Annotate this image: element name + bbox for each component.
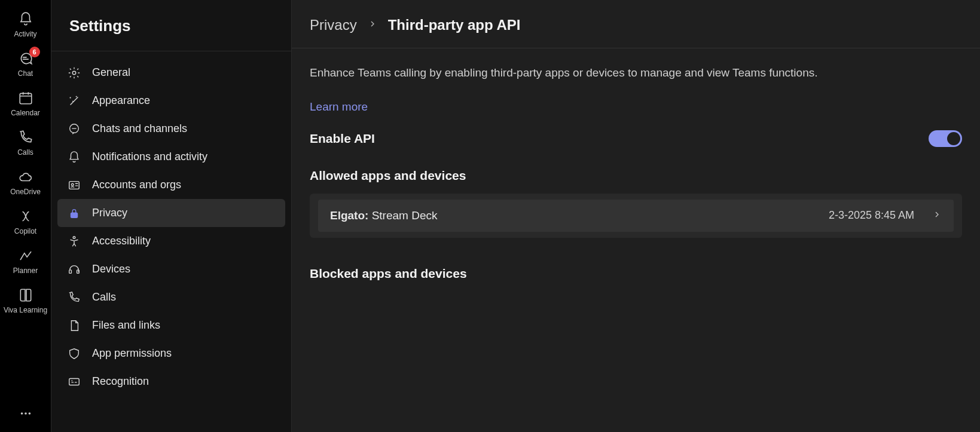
svg-rect-0 [20, 93, 32, 103]
settings-sidebar: Settings General Appearance Chats and ch… [51, 0, 292, 432]
rail-label: Calls [17, 148, 33, 157]
svg-point-7 [71, 183, 74, 186]
svg-point-3 [28, 412, 30, 415]
rail-label: OneDrive [10, 188, 41, 196]
wand-icon [67, 94, 81, 108]
rail-label: Activity [14, 30, 36, 38]
rail-label: Copilot [14, 227, 36, 235]
more-icon [19, 407, 32, 420]
sidebar-item-privacy[interactable]: Privacy [57, 199, 285, 227]
book-icon [17, 287, 34, 304]
settings-title: Settings [51, 0, 291, 51]
sidebar-item-appearance[interactable]: Appearance [57, 87, 285, 115]
id-card-icon [67, 178, 81, 192]
svg-rect-11 [77, 269, 80, 273]
accessibility-icon [67, 234, 81, 249]
learn-more-link[interactable]: Learn more [310, 100, 368, 114]
device-timestamp: 2-3-2025 8:45 AM [829, 209, 914, 222]
svg-rect-8 [71, 213, 78, 217]
rail-item-planner[interactable]: Planner [0, 241, 51, 281]
page-description: Enhance Teams calling by enabling third-… [310, 65, 962, 81]
sidebar-item-label: Accessibility [92, 235, 151, 247]
svg-point-1 [20, 412, 23, 415]
sidebar-item-label: Notifications and activity [92, 151, 207, 163]
breadcrumb-current: Third-party app API [388, 17, 521, 33]
shield-icon [67, 347, 81, 361]
svg-rect-12 [69, 378, 80, 385]
file-icon [67, 318, 81, 333]
chat-bubble-icon [67, 122, 81, 136]
enable-api-toggle[interactable] [929, 130, 962, 147]
rail-item-copilot[interactable]: Copilot [0, 202, 51, 241]
bell-icon [17, 11, 34, 27]
chevron-right-icon [932, 210, 942, 222]
device-vendor: Elgato: [330, 209, 368, 222]
sidebar-item-label: Accounts and orgs [92, 179, 181, 191]
rail-item-activity[interactable]: Activity [0, 5, 51, 44]
svg-rect-10 [69, 269, 72, 273]
toggle-knob [947, 132, 960, 145]
planner-icon [17, 247, 34, 264]
copilot-icon [17, 208, 34, 225]
allowed-devices-card: Elgato: Stream Deck 2-3-2025 8:45 AM [310, 194, 962, 238]
phone-icon [17, 129, 34, 146]
sidebar-item-calls[interactable]: Calls [57, 283, 285, 311]
sidebar-item-label: Privacy [92, 207, 127, 219]
allowed-device-item[interactable]: Elgato: Stream Deck 2-3-2025 8:45 AM [318, 200, 954, 232]
rail-item-chat[interactable]: 6 Chat [0, 44, 51, 84]
blocked-section-title: Blocked apps and devices [310, 266, 962, 281]
rail-item-calls[interactable]: Calls [0, 123, 51, 163]
enable-api-label: Enable API [310, 131, 375, 146]
svg-point-2 [25, 412, 27, 415]
main-content: Privacy Third-party app API Enhance Team… [292, 0, 980, 432]
enable-api-row: Enable API [310, 130, 962, 147]
bell-icon [67, 150, 81, 164]
sidebar-item-app-permissions[interactable]: App permissions [57, 339, 285, 367]
rail-item-onedrive[interactable]: OneDrive [0, 163, 51, 202]
lock-icon [67, 206, 81, 220]
sidebar-item-accounts[interactable]: Accounts and orgs [57, 171, 285, 199]
rail-label: Chat [18, 69, 33, 78]
svg-point-9 [73, 236, 75, 238]
sidebar-item-devices[interactable]: Devices [57, 255, 285, 283]
sidebar-item-chats-channels[interactable]: Chats and channels [57, 115, 285, 143]
sidebar-item-label: Calls [92, 291, 116, 304]
sidebar-item-notifications[interactable]: Notifications and activity [57, 143, 285, 171]
sidebar-item-label: Devices [92, 263, 130, 275]
cloud-icon [17, 168, 34, 185]
sidebar-item-accessibility[interactable]: Accessibility [57, 227, 285, 255]
rail-item-viva-learning[interactable]: Viva Learning [0, 281, 51, 320]
settings-list: General Appearance Chats and channels No… [51, 51, 291, 403]
sidebar-item-files-links[interactable]: Files and links [57, 311, 285, 339]
rail-item-calendar[interactable]: Calendar [0, 84, 51, 123]
svg-rect-6 [69, 181, 80, 189]
sidebar-item-label: App permissions [92, 347, 172, 360]
chat-badge: 6 [29, 47, 40, 57]
sidebar-item-label: Appearance [92, 94, 150, 107]
caption-icon [67, 375, 81, 389]
sidebar-item-general[interactable]: General [57, 59, 285, 87]
phone-icon [67, 290, 81, 305]
chevron-right-icon [368, 19, 377, 31]
rail-label: Calendar [11, 109, 40, 117]
blocked-section: Blocked apps and devices [310, 266, 962, 281]
svg-point-4 [72, 71, 76, 75]
rail-more-button[interactable] [0, 400, 51, 427]
app-rail: Activity 6 Chat Calendar Calls OneDrive … [0, 0, 51, 432]
calendar-icon [17, 90, 34, 106]
rail-label: Planner [13, 266, 38, 275]
gear-icon [67, 66, 81, 80]
sidebar-item-label: Files and links [92, 319, 160, 332]
device-name: Elgato: Stream Deck [330, 209, 437, 222]
breadcrumb: Privacy Third-party app API [292, 0, 980, 48]
device-product: Stream Deck [372, 209, 438, 222]
sidebar-item-recognition[interactable]: Recognition [57, 367, 285, 396]
chat-icon: 6 [17, 50, 34, 67]
sidebar-item-label: Recognition [92, 375, 149, 388]
breadcrumb-parent[interactable]: Privacy [310, 17, 357, 33]
device-meta: 2-3-2025 8:45 AM [829, 209, 942, 222]
sidebar-item-label: General [92, 66, 130, 79]
headset-icon [67, 262, 81, 277]
sidebar-item-label: Chats and channels [92, 122, 187, 135]
content-area: Enhance Teams calling by enabling third-… [292, 48, 980, 310]
